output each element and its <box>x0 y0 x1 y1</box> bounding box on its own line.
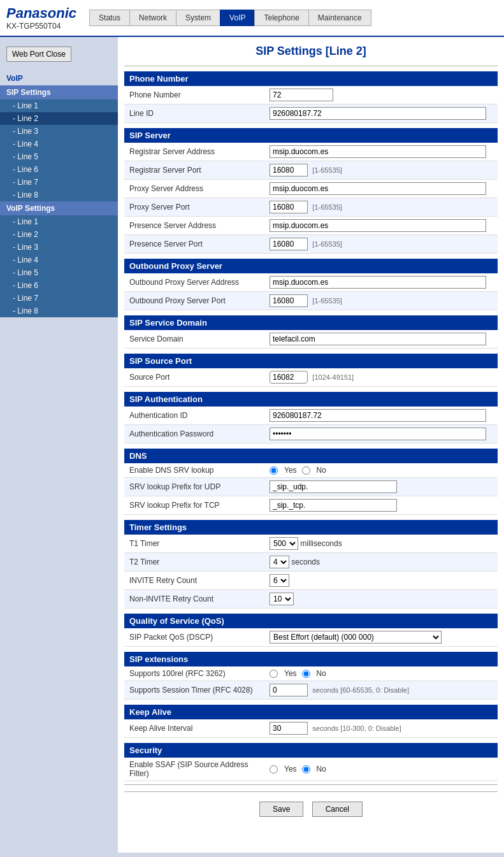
t1-timer-select[interactable]: 500 <box>270 537 298 550</box>
sip-line2[interactable]: - Line 2 <box>0 112 118 125</box>
presence-port-label: Presence Server Port <box>124 235 264 254</box>
tab-network[interactable]: Network <box>129 10 176 26</box>
t1-timer-label: T1 Timer <box>124 535 264 553</box>
srv-udp-input[interactable] <box>270 480 397 493</box>
ssaf-radio-group: Yes No <box>270 765 493 774</box>
web-port-close-button[interactable]: Web Port Close <box>6 47 71 62</box>
auth-id-input[interactable] <box>270 409 486 422</box>
table-row: Outbound Proxy Server Port [1-65535] <box>124 292 498 310</box>
table-row: Line ID <box>124 104 498 123</box>
dns-srv-label: Enable DNS SRV lookup <box>124 463 264 478</box>
voip-line8[interactable]: - Line 8 <box>0 305 118 317</box>
sip-line4[interactable]: - Line 4 <box>0 138 118 150</box>
sip-line3[interactable]: - Line 3 <box>0 125 118 138</box>
voip-line3[interactable]: - Line 3 <box>0 241 118 254</box>
presence-port-value: [1-65535] <box>264 235 498 254</box>
100rel-yes-label: Yes <box>284 669 297 678</box>
registrar-port-value: [1-65535] <box>264 161 498 180</box>
tab-maintenance[interactable]: Maintenance <box>308 10 371 26</box>
voip-line6[interactable]: - Line 6 <box>0 279 118 292</box>
registrar-port-label: Registrar Server Port <box>124 161 264 180</box>
non-invite-retry-select[interactable]: 10 <box>270 593 294 605</box>
registrar-port-range: [1-65535] <box>312 166 342 174</box>
source-port-input[interactable] <box>270 371 308 384</box>
sidebar: Web Port Close VoIP SIP Settings - Line … <box>0 37 118 853</box>
security-header: Security <box>124 743 498 758</box>
100rel-no-radio[interactable] <box>302 670 310 678</box>
dns-srv-yes-radio[interactable] <box>270 466 278 475</box>
t2-timer-value: 4 seconds <box>264 553 498 572</box>
qos-label: SIP Packet QoS (DSCP) <box>124 628 264 647</box>
proxy-port-input[interactable] <box>270 201 308 213</box>
presence-port-range: [1-65535] <box>312 240 342 248</box>
table-row: Phone Number <box>124 86 498 104</box>
table-row: Proxy Server Port [1-65535] <box>124 198 498 217</box>
tab-system[interactable]: System <box>176 10 220 26</box>
sip-line8[interactable]: - Line 8 <box>0 189 118 201</box>
keep-alive-table: Keep Alive Interval seconds [10-300, 0: … <box>124 719 498 738</box>
qos-header: Quality of Service (QoS) <box>124 614 498 628</box>
srv-udp-value <box>264 478 498 496</box>
main-content: SIP Settings [Line 2] Phone Number Phone… <box>118 37 504 853</box>
table-row: Authentication ID <box>124 407 498 425</box>
session-timer-range: seconds [60-65535, 0: Disable] <box>312 686 409 694</box>
auth-password-input[interactable] <box>270 428 486 440</box>
invite-retry-value: 6 <box>264 572 498 590</box>
voip-line2[interactable]: - Line 2 <box>0 228 118 241</box>
sip-line6[interactable]: - Line 6 <box>0 163 118 176</box>
t2-timer-select[interactable]: 4 <box>270 556 289 568</box>
proxy-addr-input[interactable] <box>270 182 486 195</box>
phone-number-header: Phone Number <box>124 71 498 86</box>
ssaf-label: Enable SSAF (SIP Source Address Filter) <box>124 758 264 781</box>
line-id-value <box>264 104 498 123</box>
service-domain-label: Service Domain <box>124 330 264 349</box>
presence-addr-input[interactable] <box>270 219 486 232</box>
table-row: Non-INVITE Retry Count 10 <box>124 590 498 609</box>
voip-line7[interactable]: - Line 7 <box>0 292 118 305</box>
table-row: Source Port [1024-49151] <box>124 368 498 387</box>
footer-separator <box>124 784 498 785</box>
registrar-addr-input[interactable] <box>270 145 486 158</box>
ssaf-no-radio[interactable] <box>302 765 310 774</box>
tab-status[interactable]: Status <box>89 10 129 26</box>
auth-id-value <box>264 407 498 425</box>
cancel-button[interactable]: Cancel <box>312 802 363 817</box>
table-row: Registrar Server Port [1-65535] <box>124 161 498 180</box>
auth-id-label: Authentication ID <box>124 407 264 425</box>
sip-line7[interactable]: - Line 7 <box>0 176 118 189</box>
outbound-port-input[interactable] <box>270 294 308 307</box>
session-timer-input[interactable] <box>270 684 308 696</box>
invite-retry-select[interactable]: 6 <box>270 574 289 587</box>
presence-port-input[interactable] <box>270 238 308 250</box>
table-row: Keep Alive Interval seconds [10-300, 0: … <box>124 719 498 738</box>
dns-srv-radio-group: Yes No <box>270 466 493 475</box>
dns-srv-no-radio[interactable] <box>302 466 310 475</box>
table-row: Supports 100rel (RFC 3262) Yes No <box>124 666 498 681</box>
qos-select[interactable]: Best Effort (default) (000 000) <box>270 631 442 644</box>
tab-telephone[interactable]: Telephone <box>254 10 308 26</box>
line-id-label: Line ID <box>124 104 264 123</box>
outbound-port-value: [1-65535] <box>264 292 498 310</box>
voip-line4[interactable]: - Line 4 <box>0 254 118 266</box>
voip-line5[interactable]: - Line 5 <box>0 266 118 279</box>
sip-service-domain-table: Service Domain <box>124 330 498 349</box>
timer-settings-header: Timer Settings <box>124 520 498 535</box>
phone-number-input[interactable] <box>270 89 333 101</box>
save-button[interactable]: Save <box>259 802 303 817</box>
voip-line1[interactable]: - Line 1 <box>0 215 118 228</box>
sip-extensions-table: Supports 100rel (RFC 3262) Yes No Suppor… <box>124 666 498 700</box>
srv-tcp-input[interactable] <box>270 499 397 512</box>
registrar-port-input[interactable] <box>270 164 308 176</box>
100rel-yes-radio[interactable] <box>270 670 278 678</box>
table-row: Service Domain <box>124 330 498 349</box>
tab-voip[interactable]: VoIP <box>220 10 254 26</box>
keep-alive-input[interactable] <box>270 722 308 735</box>
auth-password-label: Authentication Password <box>124 425 264 443</box>
ssaf-yes-radio[interactable] <box>270 765 278 774</box>
service-domain-input[interactable] <box>270 333 486 345</box>
dns-srv-value: Yes No <box>264 463 498 478</box>
line-id-input[interactable] <box>270 107 486 120</box>
sip-line1[interactable]: - Line 1 <box>0 99 118 112</box>
sip-line5[interactable]: - Line 5 <box>0 150 118 163</box>
outbound-addr-input[interactable] <box>270 276 486 289</box>
